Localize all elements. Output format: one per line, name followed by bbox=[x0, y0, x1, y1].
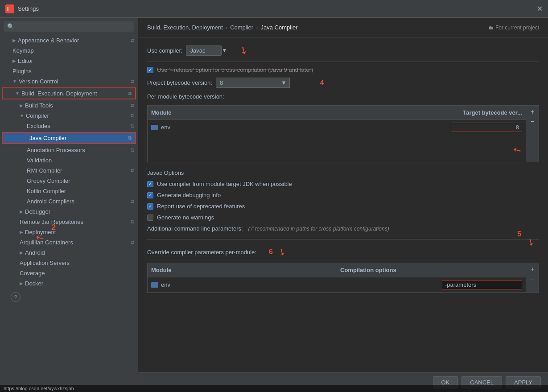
target-cell[interactable] bbox=[437, 122, 526, 133]
per-module-table: Module Target bytecode ver... env bbox=[147, 105, 539, 162]
option2-checkbox[interactable] bbox=[147, 192, 153, 198]
breadcrumb-part2: Compiler bbox=[230, 24, 253, 31]
copy-icon: ⧉ bbox=[128, 135, 132, 141]
sidebar-item-kotlin-compiler[interactable]: Kotlin Compiler bbox=[0, 186, 138, 196]
option3-checkbox[interactable] bbox=[147, 203, 153, 210]
sidebar-item-java-compiler[interactable]: Java Compiler ⧉ bbox=[3, 133, 135, 143]
for-project-label[interactable]: For current project bbox=[489, 25, 539, 31]
breadcrumb-sep2: › bbox=[256, 24, 258, 31]
sidebar-item-label: Compiler bbox=[26, 112, 49, 119]
bytecode-version-control[interactable]: 8 ▼ bbox=[216, 78, 290, 88]
sidebar-item-label: Debugger bbox=[25, 208, 50, 215]
sidebar-item-label: Version Control bbox=[19, 78, 58, 85]
sidebar-item-excludes[interactable]: Excludes ⧉ bbox=[0, 121, 138, 131]
url-text: https://blog.csdn.net/xywxhzsjhh bbox=[4, 386, 74, 391]
sidebar-item-annotation-processors[interactable]: Annotation Processors ⧉ bbox=[0, 145, 138, 155]
sidebar-item-version-control[interactable]: ▼ Version Control ⧉ bbox=[0, 76, 138, 87]
url-bar: https://blog.csdn.net/xywxhzsjhh bbox=[0, 385, 548, 392]
sidebar-item-label: Remote Jar Repositories bbox=[20, 219, 83, 225]
sidebar-item-label: Editor bbox=[18, 58, 33, 64]
sidebar-item-android[interactable]: ▶ Android bbox=[0, 248, 138, 258]
copy-icon: ⧉ bbox=[131, 168, 134, 173]
breadcrumb: Build, Execution, Deployment › Compiler … bbox=[138, 18, 548, 37]
help-button[interactable]: ? bbox=[11, 292, 21, 302]
add-override-button[interactable]: + bbox=[528, 265, 537, 274]
sidebar-item-compiler[interactable]: ▼ Compiler ⧉ bbox=[0, 111, 138, 121]
module-col-header: Module bbox=[148, 107, 437, 118]
sidebar-item-docker[interactable]: ▶ Docker bbox=[0, 278, 138, 289]
javac-options-title: Javac Options bbox=[147, 169, 539, 176]
remove-override-button[interactable]: − bbox=[528, 275, 537, 284]
option3-label: Report use of deprecated features bbox=[157, 203, 245, 210]
remove-module-button[interactable]: − bbox=[528, 117, 537, 126]
svg-text:I: I bbox=[7, 6, 8, 12]
sidebar-item-build-tools[interactable]: ▶ Build Tools ⧉ bbox=[0, 100, 138, 111]
sidebar-item-groovy-compiler[interactable]: Groovy Compiler bbox=[0, 176, 138, 186]
release-option-checkbox[interactable] bbox=[147, 67, 153, 73]
add-module-button[interactable]: + bbox=[528, 107, 537, 116]
option1-label: Use compiler from module target JDK when… bbox=[157, 181, 292, 187]
sidebar-item-label: Deployment bbox=[25, 229, 56, 235]
content-scroll: Use compiler: Javac ▼ ➘ Use '--release' … bbox=[138, 37, 548, 372]
sidebar-item-android-compilers[interactable]: Android Compilers ⧉ bbox=[0, 196, 138, 206]
use-compiler-label: Use compiler: bbox=[147, 47, 182, 54]
annotation-5: 5 bbox=[517, 230, 521, 238]
sidebar-item-label: Build Tools bbox=[25, 102, 53, 109]
sidebar-item-build-exec-deploy[interactable]: ▼ Build, Execution, Deployment ⧉ bbox=[3, 88, 135, 99]
copy-icon: ⧉ bbox=[131, 78, 134, 84]
sidebar-item-label: Docker bbox=[25, 280, 43, 287]
override-table-row: env bbox=[148, 277, 526, 293]
option1-row: Use compiler from module target JDK when… bbox=[147, 181, 539, 187]
table-side-actions: + − bbox=[526, 106, 539, 162]
additional-params-row: Additional command line parameters: ('/'… bbox=[147, 225, 539, 232]
sidebar-item-label: Groovy Compiler bbox=[27, 177, 70, 184]
use-compiler-row: Use compiler: Javac ▼ ➘ bbox=[147, 45, 539, 56]
separator1 bbox=[147, 62, 539, 62]
sidebar-item-label: Java Compiler bbox=[29, 135, 66, 141]
override-compilation-header: Compilation options bbox=[337, 265, 526, 275]
sidebar-item-rmi-compiler[interactable]: RMI Compiler ⧉ bbox=[0, 165, 138, 176]
sidebar-item-label: RMI Compiler bbox=[27, 167, 62, 174]
expand-arrow: ▶ bbox=[20, 209, 23, 214]
sidebar-item-validation[interactable]: Validation bbox=[0, 155, 138, 165]
release-option-label: Use '--release' option for cross-compila… bbox=[157, 66, 313, 73]
sidebar-item-application-servers[interactable]: Application Servers bbox=[0, 258, 138, 268]
sidebar-item-label: Android Compilers bbox=[27, 198, 74, 205]
override-compilation-cell[interactable] bbox=[337, 279, 526, 290]
expand-arrow: ▶ bbox=[20, 230, 23, 235]
search-input[interactable] bbox=[16, 24, 131, 30]
sidebar-item-debugger[interactable]: ▶ Debugger bbox=[0, 206, 138, 217]
sidebar-item-remote-jar[interactable]: Remote Jar Repositories ⧉ bbox=[0, 217, 138, 227]
target-input[interactable] bbox=[451, 123, 522, 132]
sidebar-item-keymap[interactable]: Keymap bbox=[0, 45, 138, 56]
sidebar-item-appearance[interactable]: ▶ Appearance & Behavior ⧉ bbox=[0, 35, 138, 45]
target-col-header: Target bytecode ver... bbox=[437, 107, 526, 118]
expand-arrow: ▼ bbox=[20, 113, 24, 118]
compiler-select[interactable]: Javac ▼ bbox=[186, 45, 227, 56]
compiler-select-value[interactable]: Javac bbox=[186, 45, 222, 56]
option3-row: Report use of deprecated features bbox=[147, 203, 539, 210]
close-button[interactable]: ✕ bbox=[537, 4, 543, 13]
sidebar-item-arquillian[interactable]: Arquillian Containers ⧉ bbox=[0, 237, 138, 248]
option4-checkbox[interactable] bbox=[147, 215, 153, 221]
sidebar-item-editor[interactable]: ▶ Editor bbox=[0, 56, 138, 66]
option1-checkbox[interactable] bbox=[147, 181, 153, 187]
table-empty-space bbox=[148, 135, 526, 162]
option2-label: Generate debugging info bbox=[157, 192, 221, 198]
sidebar-item-label: Validation bbox=[27, 157, 52, 164]
option2-row: Generate debugging info bbox=[147, 192, 539, 198]
copy-icon: ⧉ bbox=[131, 239, 134, 245]
bytecode-version-row: Project bytecode version: 8 ▼ 4 ➘ bbox=[147, 78, 539, 88]
sidebar-item-plugins[interactable]: Plugins bbox=[0, 66, 138, 76]
bytecode-version-value[interactable]: 8 bbox=[216, 78, 278, 88]
search-bar[interactable]: 🔍 bbox=[4, 21, 134, 32]
sidebar-item-deployment[interactable]: ▶ Deployment bbox=[0, 227, 138, 237]
override-table: Module Compilation options env bbox=[147, 263, 539, 293]
compilation-input[interactable] bbox=[442, 280, 522, 289]
per-module-row: Per-module bytecode version: bbox=[147, 93, 539, 100]
sidebar-item-coverage[interactable]: Coverage bbox=[0, 268, 138, 278]
sidebar-item-label: Coverage bbox=[20, 270, 45, 276]
expand-arrow: ▶ bbox=[20, 281, 23, 286]
bytecode-version-arrow[interactable]: ▼ bbox=[278, 78, 290, 88]
table-row: env bbox=[148, 120, 526, 135]
